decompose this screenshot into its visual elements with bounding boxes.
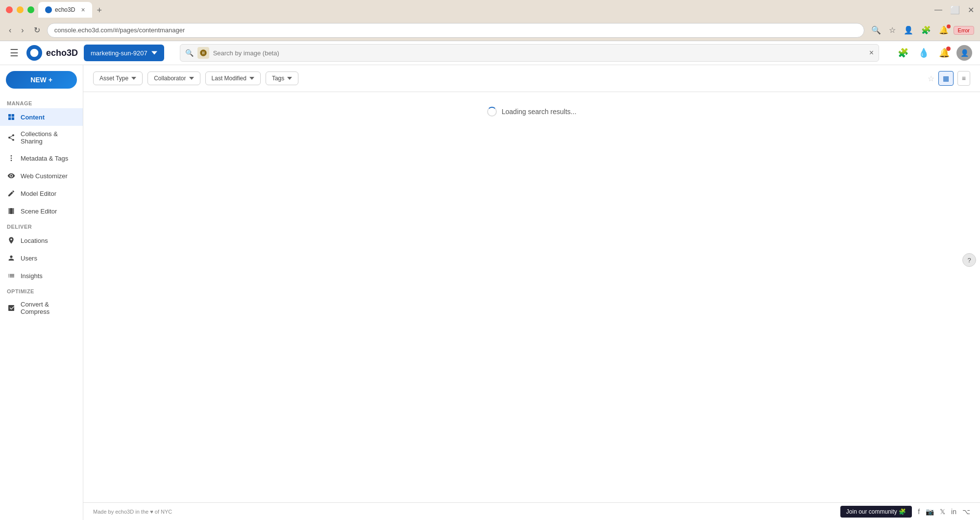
sidebar-item-web-customizer[interactable]: Web Customizer	[0, 167, 83, 185]
scene-editor-icon	[7, 207, 16, 215]
facebook-link[interactable]: f	[918, 508, 920, 516]
content-header: Asset Type Collaborator Last Modified Ta…	[83, 65, 980, 92]
sidebar-item-content[interactable]: Content	[0, 108, 83, 126]
content-body: Loading search results...	[83, 92, 980, 502]
loading-area: Loading search results...	[83, 92, 980, 117]
join-community-btn[interactable]: Join our community 🧩	[840, 506, 912, 518]
favorites-view-btn[interactable]: ☆	[928, 74, 934, 83]
tags-filter[interactable]: Tags	[266, 71, 298, 85]
insights-label: Insights	[21, 272, 43, 280]
svg-point-6	[11, 155, 12, 157]
browser-max-btn[interactable]: +	[27, 6, 34, 13]
sidebar-item-collections[interactable]: Collections & Sharing	[0, 126, 83, 149]
scene-editor-label: Scene Editor	[21, 208, 57, 215]
last-modified-filter[interactable]: Last Modified	[205, 71, 261, 85]
tab-close-btn[interactable]: ×	[81, 6, 85, 13]
manage-section-label: MANAGE	[0, 96, 83, 108]
svg-rect-4	[12, 118, 14, 120]
svg-point-0	[30, 49, 39, 57]
loading-indicator: Loading search results...	[487, 107, 577, 117]
workspace-dropdown-btn[interactable]: marketing-sun-9207	[84, 45, 164, 61]
tab-title: echo3D	[55, 6, 75, 13]
sidebar-item-users[interactable]: Users	[0, 249, 83, 267]
loading-spinner	[487, 107, 497, 117]
browser-tab-active[interactable]: echo3D ×	[38, 2, 92, 18]
sidebar-item-insights[interactable]: Insights	[0, 267, 83, 284]
workspace-label: marketing-sun-9207	[91, 49, 147, 57]
github-link[interactable]: ⌥	[962, 508, 970, 516]
address-bar[interactable]: console.echo3d.com/#/pages/contentmanage…	[47, 23, 864, 38]
svg-rect-2	[12, 114, 14, 117]
convert-label: Convert & Compress	[21, 301, 76, 315]
linkedin-link[interactable]: in	[951, 508, 956, 516]
model-editor-icon	[7, 189, 16, 198]
sidebar-item-locations[interactable]: Locations	[0, 232, 83, 249]
browser-extensions-btn[interactable]: 🧩	[918, 24, 934, 37]
sidebar-item-metadata[interactable]: Metadata & Tags	[0, 149, 83, 167]
search-icon-btn[interactable]: 🔍	[185, 49, 194, 57]
sidebar-item-convert[interactable]: Convert & Compress	[0, 296, 83, 320]
main-content: Asset Type Collaborator Last Modified Ta…	[83, 65, 980, 520]
droplet-btn[interactable]: 💧	[915, 45, 932, 61]
twitter-link[interactable]: 𝕏	[940, 508, 945, 516]
window-minimize[interactable]: —	[934, 5, 942, 14]
window-restore[interactable]: ⬜	[950, 5, 960, 15]
window-close[interactable]: ✕	[968, 5, 974, 15]
new-button[interactable]: NEW +	[6, 71, 77, 89]
collaborator-filter[interactable]: Collaborator	[147, 71, 200, 85]
optimize-section-label: OPTIMIZE	[0, 284, 83, 296]
list-view-btn[interactable]: ≡	[957, 71, 970, 86]
notifications-btn[interactable]: 🔔	[936, 45, 953, 61]
address-text: console.echo3d.com/#/pages/contentmanage…	[54, 26, 185, 34]
help-btn[interactable]: ?	[962, 253, 976, 267]
content-icon	[7, 113, 16, 121]
sidebar-item-model-editor[interactable]: Model Editor	[0, 185, 83, 202]
search-input[interactable]	[213, 49, 865, 57]
grid-view-btn[interactable]: ▦	[938, 71, 954, 86]
locations-label: Locations	[21, 237, 48, 244]
app-topbar: ☰ echo3D marketing-sun-9207 🔍 × 🧩 💧 🔔	[0, 41, 980, 65]
extensions-btn[interactable]: 🧩	[895, 45, 911, 61]
sidebar-item-scene-editor[interactable]: Scene Editor	[0, 202, 83, 220]
app-footer: Made by echo3D in the ♥ of NYC Join our …	[83, 502, 980, 520]
user-avatar[interactable]: 👤	[956, 45, 972, 61]
browser-bookmark-btn[interactable]: ☆	[886, 24, 899, 37]
footer-made-by: Made by echo3D in the ♥ of NYC	[93, 509, 172, 515]
locations-icon	[7, 236, 16, 245]
hamburger-menu-btn[interactable]: ☰	[8, 45, 21, 61]
error-badge: Error	[954, 26, 974, 35]
instagram-link[interactable]: 📷	[926, 508, 934, 516]
header-right-actions: ☆ ▦ ≡	[928, 71, 970, 86]
insights-icon	[7, 271, 16, 280]
browser-menu-btn[interactable]: 🔔	[936, 24, 952, 37]
sidebar: NEW + MANAGE Content Collections & Shari…	[0, 65, 83, 520]
collections-icon	[7, 133, 16, 142]
svg-point-7	[11, 160, 12, 162]
browser-search-btn[interactable]: 🔍	[868, 24, 884, 37]
nav-refresh-btn[interactable]: ↻	[31, 24, 43, 37]
nav-forward-btn[interactable]: ›	[18, 24, 26, 37]
collections-label: Collections & Sharing	[21, 130, 76, 145]
topbar-right-actions: 🧩 💧 🔔 👤	[895, 45, 972, 61]
loading-text: Loading search results...	[502, 108, 577, 116]
new-tab-button[interactable]: +	[93, 3, 106, 18]
users-icon	[7, 254, 16, 262]
search-clear-btn[interactable]: ×	[869, 48, 874, 57]
nav-back-btn[interactable]: ‹	[6, 24, 14, 37]
image-search-icon	[197, 47, 209, 59]
browser-profile-btn[interactable]: 👤	[901, 24, 916, 37]
web-customizer-icon	[7, 171, 16, 180]
svg-rect-3	[8, 118, 11, 120]
svg-rect-1	[8, 114, 11, 117]
web-customizer-label: Web Customizer	[21, 172, 68, 180]
browser-close-btn[interactable]: ×	[6, 6, 13, 13]
svg-point-5	[11, 158, 12, 159]
logo-text: echo3D	[46, 48, 78, 58]
model-editor-label: Model Editor	[21, 190, 56, 197]
metadata-label: Metadata & Tags	[21, 155, 68, 162]
notification-dot	[946, 47, 951, 51]
browser-min-btn[interactable]: −	[17, 6, 24, 13]
asset-type-filter[interactable]: Asset Type	[93, 71, 143, 85]
content-label: Content	[21, 114, 45, 121]
tab-favicon	[45, 6, 52, 13]
